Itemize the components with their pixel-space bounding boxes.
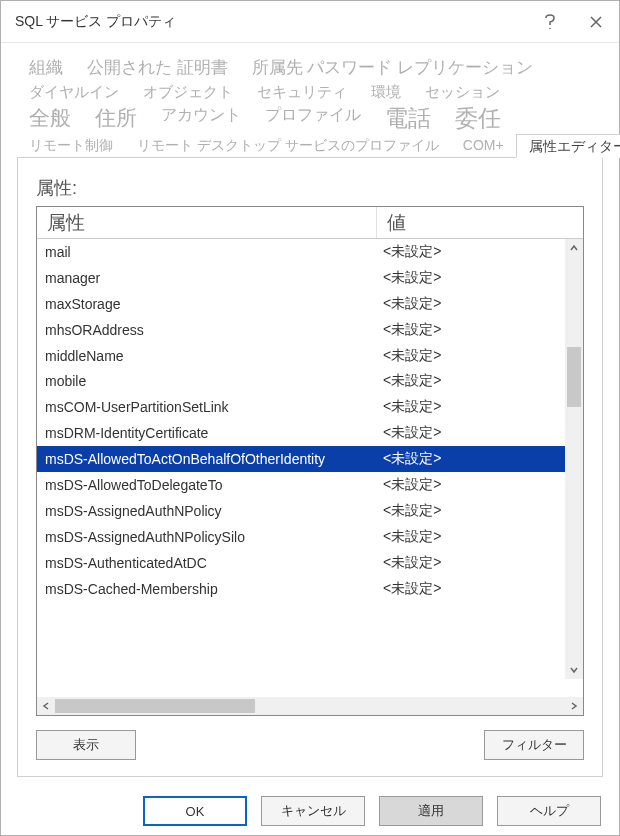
attr-value-cell: <未設定> (377, 554, 583, 572)
table-row[interactable]: msCOM-UserPartitionSetLink<未設定> (37, 394, 583, 420)
attributes-label: 属性: (36, 176, 584, 200)
attr-name-cell: msDS-AllowedToDelegateTo (37, 477, 377, 493)
attr-value-cell: <未設定> (377, 398, 583, 416)
window-title: SQL サービス プロパティ (15, 13, 527, 31)
dialog-window: SQL サービス プロパティ 組織 公開された 証明書 所属先 パスワード レプ… (0, 0, 620, 836)
attr-name-cell: msDS-AssignedAuthNPolicySilo (37, 529, 377, 545)
tab-row-4: リモート制御 リモート デスクトップ サービスのプロファイル COM+ 属性エデ… (17, 134, 603, 158)
tab-row-2: ダイヤルイン オブジェクト セキュリティ 環境 セッション (17, 80, 603, 103)
column-header-attribute[interactable]: 属性 (37, 207, 377, 238)
tab-profile[interactable]: プロファイル (253, 103, 373, 134)
tab-session[interactable]: セッション (413, 80, 512, 103)
horizontal-scrollbar[interactable] (37, 697, 583, 715)
tab-attribute-editor[interactable]: 属性エディター (516, 134, 620, 158)
view-button[interactable]: 表示 (36, 730, 136, 760)
attr-name-cell: msDS-AssignedAuthNPolicy (37, 503, 377, 519)
attr-value-cell: <未設定> (377, 424, 583, 442)
tab-strip: 組織 公開された 証明書 所属先 パスワード レプリケーション ダイヤルイン オ… (17, 55, 603, 158)
tab-environment[interactable]: 環境 (359, 80, 413, 103)
help-button[interactable]: ヘルプ (497, 796, 601, 826)
tab-delegation[interactable]: 委任 (443, 103, 513, 134)
table-row[interactable]: msDRM-IdentityCertificate<未設定> (37, 420, 583, 446)
tab-body: 属性: 属性 値 mail<未設定>manager<未設定>maxStorage… (17, 157, 603, 777)
table-row[interactable]: mail<未設定> (37, 239, 583, 265)
attr-value-cell: <未設定> (377, 502, 583, 520)
scroll-up-icon[interactable] (565, 239, 583, 257)
table-row[interactable]: mobile<未設定> (37, 368, 583, 394)
attr-value-cell: <未設定> (377, 269, 583, 287)
attr-name-cell: mobile (37, 373, 377, 389)
vertical-scrollbar[interactable] (565, 239, 583, 679)
tab-com-plus[interactable]: COM+ (451, 134, 516, 158)
table-row[interactable]: msDS-AuthenticatedAtDC<未設定> (37, 550, 583, 576)
scroll-left-icon[interactable] (37, 697, 55, 715)
table-row[interactable]: msDS-AssignedAuthNPolicy<未設定> (37, 498, 583, 524)
attr-name-cell: middleName (37, 348, 377, 364)
attr-name-cell: msDS-Cached-Membership (37, 581, 377, 597)
scroll-down-icon[interactable] (565, 661, 583, 679)
tab-row-3: 全般 住所 アカウント プロファイル 電話 委任 (17, 103, 603, 134)
attr-name-cell: maxStorage (37, 296, 377, 312)
tab-account[interactable]: アカウント (149, 103, 253, 134)
dialog-button-row: OK キャンセル 適用 ヘルプ (1, 787, 619, 835)
tab-general[interactable]: 全般 (17, 103, 83, 134)
column-header-value[interactable]: 値 (377, 207, 583, 238)
hscroll-track[interactable] (55, 697, 565, 715)
list-body: mail<未設定>manager<未設定>maxStorage<未設定>mhsO… (37, 239, 583, 697)
hscroll-thumb[interactable] (55, 699, 255, 713)
attr-name-cell: msDRM-IdentityCertificate (37, 425, 377, 441)
cancel-button[interactable]: キャンセル (261, 796, 365, 826)
attr-value-cell: <未設定> (377, 321, 583, 339)
ok-button[interactable]: OK (143, 796, 247, 826)
table-row[interactable]: manager<未設定> (37, 265, 583, 291)
close-icon[interactable] (573, 1, 619, 43)
attribute-listbox[interactable]: 属性 値 mail<未設定>manager<未設定>maxStorage<未設定… (36, 206, 584, 716)
attr-value-cell: <未設定> (377, 528, 583, 546)
table-row[interactable]: mhsORAddress<未設定> (37, 317, 583, 343)
attr-value-cell: <未設定> (377, 580, 583, 598)
filter-button[interactable]: フィルター (484, 730, 584, 760)
attr-value-cell: <未設定> (377, 295, 583, 313)
tab-password-replication[interactable]: 所属先 パスワード レプリケーション (240, 55, 545, 80)
titlebar: SQL サービス プロパティ (1, 1, 619, 43)
attr-value-cell: <未設定> (377, 450, 583, 468)
tab-organization[interactable]: 組織 (17, 55, 75, 80)
tab-row-1: 組織 公開された 証明書 所属先 パスワード レプリケーション (17, 55, 603, 80)
tab-dialin[interactable]: ダイヤルイン (17, 80, 131, 103)
table-row[interactable]: maxStorage<未設定> (37, 291, 583, 317)
tab-remote-control[interactable]: リモート制御 (17, 134, 125, 158)
vscroll-thumb[interactable] (567, 347, 581, 407)
table-row[interactable]: msDS-Cached-Membership<未設定> (37, 576, 583, 602)
attr-value-cell: <未設定> (377, 476, 583, 494)
attr-name-cell: msDS-AuthenticatedAtDC (37, 555, 377, 571)
tab-published-certs[interactable]: 公開された 証明書 (75, 55, 240, 80)
table-row[interactable]: msDS-AllowedToActOnBehalfOfOtherIdentity… (37, 446, 583, 472)
vscroll-track[interactable] (565, 257, 583, 661)
attr-value-cell: <未設定> (377, 347, 583, 365)
listbox-button-row: 表示 フィルター (36, 716, 584, 760)
attr-value-cell: <未設定> (377, 243, 583, 261)
tab-rds-profile[interactable]: リモート デスクトップ サービスのプロファイル (125, 134, 451, 158)
attr-name-cell: mhsORAddress (37, 322, 377, 338)
table-row[interactable]: middleName<未設定> (37, 343, 583, 369)
tab-security[interactable]: セキュリティ (245, 80, 359, 103)
attr-name-cell: mail (37, 244, 377, 260)
tab-address[interactable]: 住所 (83, 103, 149, 134)
attr-value-cell: <未設定> (377, 372, 583, 390)
table-row[interactable]: msDS-AllowedToDelegateTo<未設定> (37, 472, 583, 498)
attr-name-cell: manager (37, 270, 377, 286)
attr-name-cell: msCOM-UserPartitionSetLink (37, 399, 377, 415)
tab-telephone[interactable]: 電話 (373, 103, 443, 134)
apply-button[interactable]: 適用 (379, 796, 483, 826)
help-icon[interactable] (527, 1, 573, 43)
attr-name-cell: msDS-AllowedToActOnBehalfOfOtherIdentity (37, 451, 377, 467)
list-header: 属性 値 (37, 207, 583, 239)
content-area: 組織 公開された 証明書 所属先 パスワード レプリケーション ダイヤルイン オ… (1, 43, 619, 787)
tab-object[interactable]: オブジェクト (131, 80, 245, 103)
table-row[interactable]: msDS-AssignedAuthNPolicySilo<未設定> (37, 524, 583, 550)
scroll-right-icon[interactable] (565, 697, 583, 715)
